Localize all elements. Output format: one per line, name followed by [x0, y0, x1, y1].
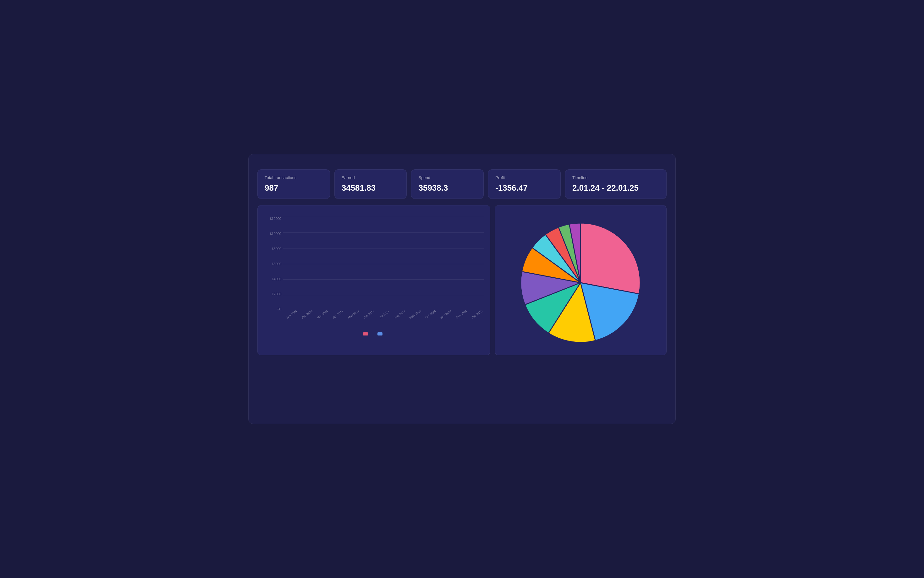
legend-spend	[363, 332, 370, 336]
dashboard: Total transactions 987 Earned 34581.83 S…	[248, 154, 676, 424]
y-label: €10000	[264, 232, 281, 235]
stat-value-3: -1356.47	[495, 183, 553, 193]
y-label: €8000	[264, 247, 281, 251]
spend-dot	[363, 332, 368, 336]
y-axis: €0€2000€4000€6000€8000€10000€12000	[264, 217, 281, 311]
charts-row: €0€2000€4000€6000€8000€10000€12000	[257, 205, 667, 355]
stat-label-4: Timeline	[572, 175, 659, 180]
stats-row: Total transactions 987 Earned 34581.83 S…	[257, 169, 667, 199]
y-label: €2000	[264, 292, 281, 296]
stat-label-3: Profit	[495, 175, 553, 180]
bar-chart-area: €0€2000€4000€6000€8000€10000€12000	[264, 217, 484, 323]
stat-card-3: Profit -1356.47	[488, 169, 561, 199]
stat-card-1: Earned 34581.83	[334, 169, 407, 199]
stat-label-1: Earned	[342, 175, 400, 180]
stat-card-0: Total transactions 987	[257, 169, 330, 199]
legend-received	[377, 332, 384, 336]
received-dot	[377, 332, 382, 336]
y-label: €12000	[264, 217, 281, 221]
stat-value-4: 2.01.24 - 22.01.25	[572, 183, 659, 193]
pie-segment-0[interactable]	[581, 223, 640, 294]
stat-value-1: 34581.83	[342, 183, 400, 193]
stat-label-0: Total transactions	[265, 175, 323, 180]
x-labels: Jan 2024Feb 2024Mar 2024Apr 2024May 2024…	[264, 313, 484, 316]
stat-card-4: Timeline 2.01.24 - 22.01.25	[565, 169, 667, 199]
stat-card-2: Spend 35938.3	[411, 169, 484, 199]
stat-value-2: 35938.3	[418, 183, 477, 193]
y-label: €0	[264, 307, 281, 311]
pie-chart-card	[495, 205, 667, 355]
stat-label-2: Spend	[418, 175, 477, 180]
pie-chart-wrapper	[501, 217, 660, 349]
bar-chart-legend	[264, 332, 484, 336]
y-label: €4000	[264, 277, 281, 281]
y-label: €6000	[264, 262, 281, 266]
stat-value-0: 987	[265, 183, 323, 193]
bars-container	[283, 217, 484, 311]
bar-chart-card: €0€2000€4000€6000€8000€10000€12000	[257, 205, 490, 355]
pie-chart-svg	[521, 223, 640, 343]
